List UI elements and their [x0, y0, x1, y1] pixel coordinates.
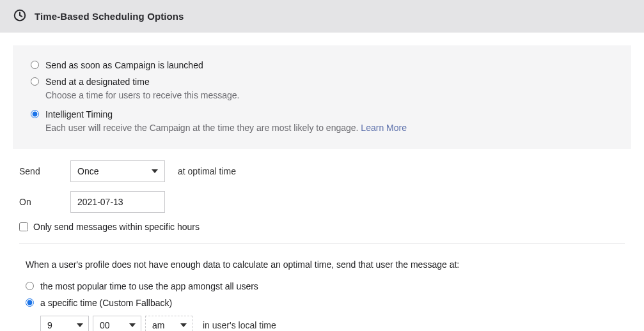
frequency-value: Once — [77, 166, 98, 176]
divider — [19, 243, 625, 244]
frequency-select[interactable]: Once — [70, 160, 165, 182]
learn-more-link[interactable]: Learn More — [361, 123, 407, 133]
fallback-intro: When a user's profile does not have enou… — [26, 258, 618, 272]
fallback-tz-note: in user's local time — [203, 320, 276, 330]
schedule-type-panel: Send as soon as Campaign is launched Sen… — [13, 45, 631, 149]
section-title: Time-Based Scheduling Options — [35, 11, 184, 22]
chevron-down-icon — [129, 323, 136, 327]
radio-send-immediately-label: Send as soon as Campaign is launched — [45, 59, 203, 72]
intelligent-desc-text: Each user will receive the Campaign at t… — [45, 123, 361, 133]
radio-fallback-custom-label: a specific time (Custom Fallback) — [40, 297, 172, 310]
radio-intelligent-timing-desc: Each user will receive the Campaign at t… — [45, 122, 613, 135]
send-label: Send — [19, 166, 70, 176]
section-header: Time-Based Scheduling Options — [0, 0, 644, 33]
send-suffix: at optimal time — [178, 166, 236, 176]
chevron-down-icon — [77, 323, 83, 327]
radio-fallback-popular[interactable] — [26, 282, 34, 290]
on-label: On — [19, 197, 70, 207]
fallback-hour-value: 9 — [47, 320, 52, 330]
chevron-down-icon — [180, 323, 187, 327]
date-input[interactable] — [70, 191, 165, 213]
clock-icon — [13, 8, 27, 24]
fallback-hour-select[interactable]: 9 — [40, 316, 89, 331]
chevron-down-icon — [152, 169, 158, 173]
radio-designated-time-label: Send at a designated time — [45, 76, 150, 89]
radio-fallback-custom[interactable] — [26, 298, 34, 307]
fallback-minute-value: 00 — [100, 320, 110, 330]
radio-intelligent-timing[interactable] — [31, 110, 39, 118]
radio-send-immediately[interactable] — [31, 61, 39, 69]
radio-intelligent-timing-label: Intelligent Timing — [45, 109, 113, 121]
radio-fallback-popular-label: the most popular time to use the app amo… — [40, 281, 258, 293]
radio-designated-time[interactable] — [31, 77, 39, 86]
fallback-minute-select[interactable]: 00 — [93, 316, 141, 331]
fallback-ampm-value: am — [152, 320, 164, 330]
radio-designated-time-desc: Choose a time for users to receive this … — [45, 89, 613, 102]
restrict-hours-checkbox[interactable] — [19, 222, 28, 231]
restrict-hours-label[interactable]: Only send messages within specific hours — [33, 222, 200, 232]
fallback-ampm-select[interactable]: am — [145, 316, 192, 331]
